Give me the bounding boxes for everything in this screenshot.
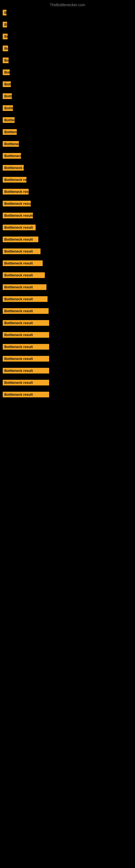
bottleneck-label: Bottleneck result — [3, 141, 19, 147]
list-item: Bottleneck result — [3, 177, 27, 184]
list-item: Bottleneck result — [3, 58, 9, 64]
bottleneck-label: Bottleneck result — [3, 117, 14, 123]
bottleneck-label: Bottleneck result — [3, 356, 49, 362]
bottleneck-label: Bottleneck result — [3, 380, 49, 385]
list-item: Bottleneck result — [3, 296, 48, 303]
bottleneck-label: Bottleneck result — [3, 58, 9, 63]
bottleneck-label: Bottleneck result — [3, 82, 11, 87]
bottleneck-label: Bottleneck result — [3, 296, 48, 302]
list-item: Bottleneck result — [3, 284, 46, 291]
bottleneck-label: Bottleneck result — [3, 10, 6, 16]
list-item: Bottleneck result — [3, 380, 49, 386]
bottleneck-label: Bottleneck result — [3, 320, 49, 326]
page-container: TheBottlenecker.com Bottleneck resultBot… — [0, 0, 135, 868]
list-item: Bottleneck result — [3, 213, 33, 219]
list-item: Bottleneck result — [3, 165, 24, 172]
bottleneck-label: Bottleneck result — [3, 129, 17, 135]
list-item: Bottleneck result — [3, 272, 45, 279]
list-item: Bottleneck result — [3, 105, 13, 112]
bottleneck-label: Bottleneck result — [3, 45, 8, 51]
bottleneck-label: Bottleneck result — [3, 22, 7, 27]
bottleneck-label: Bottleneck result — [3, 308, 49, 314]
list-item: Bottleneck result — [3, 153, 21, 160]
list-item: Bottleneck result — [3, 117, 14, 124]
bottleneck-label: Bottleneck result — [3, 153, 21, 159]
list-item: Bottleneck result — [3, 82, 11, 88]
list-item: Bottleneck result — [3, 225, 36, 231]
list-item: Bottleneck result — [3, 93, 12, 100]
bottleneck-label: Bottleneck result — [3, 189, 29, 194]
list-item: Bottleneck result — [3, 344, 49, 351]
list-item: Bottleneck result — [3, 332, 49, 339]
list-item: Bottleneck result — [3, 237, 38, 243]
bottleneck-label: Bottleneck result — [3, 213, 33, 218]
list-item: Bottleneck result — [3, 129, 17, 136]
list-item: Bottleneck result — [3, 356, 49, 363]
bottleneck-label: Bottleneck result — [3, 260, 43, 266]
list-item: Bottleneck result — [3, 320, 49, 327]
list-item: Bottleneck result — [3, 45, 8, 52]
bottleneck-label: Bottleneck result — [3, 225, 36, 230]
list-item: Bottleneck result — [3, 392, 49, 399]
list-item: Bottleneck result — [3, 368, 49, 375]
bottleneck-label: Bottleneck result — [3, 248, 41, 254]
bottleneck-label: Bottleneck result — [3, 392, 49, 397]
list-item: Bottleneck result — [3, 260, 43, 267]
list-item: Bottleneck result — [3, 248, 41, 255]
list-item: Bottleneck result — [3, 22, 7, 29]
list-item: Bottleneck result — [3, 189, 29, 195]
list-item: Bottleneck result — [3, 141, 19, 148]
bottleneck-label: Bottleneck result — [3, 284, 46, 290]
bottleneck-label: Bottleneck result — [3, 165, 24, 170]
list-item: Bottleneck result — [3, 10, 6, 17]
bottleneck-label: Bottleneck result — [3, 93, 12, 99]
bottleneck-label: Bottleneck result — [3, 177, 27, 183]
bottleneck-label: Bottleneck result — [3, 34, 8, 39]
site-title: TheBottlenecker.com — [0, 0, 135, 9]
list-item: Bottleneck result — [3, 34, 8, 40]
bottleneck-label: Bottleneck result — [3, 237, 38, 242]
bottleneck-label: Bottleneck result — [3, 368, 49, 373]
list-item: Bottleneck result — [3, 201, 31, 208]
bottleneck-label: Bottleneck result — [3, 332, 49, 338]
bottleneck-label: Bottleneck result — [3, 201, 31, 207]
bottleneck-label: Bottleneck result — [3, 344, 49, 350]
bottleneck-label: Bottleneck result — [3, 105, 13, 111]
bottleneck-label: Bottleneck result — [3, 272, 45, 278]
list-item: Bottleneck result — [3, 308, 49, 315]
list-item: Bottleneck result — [3, 69, 10, 76]
bottleneck-label: Bottleneck result — [3, 69, 10, 75]
